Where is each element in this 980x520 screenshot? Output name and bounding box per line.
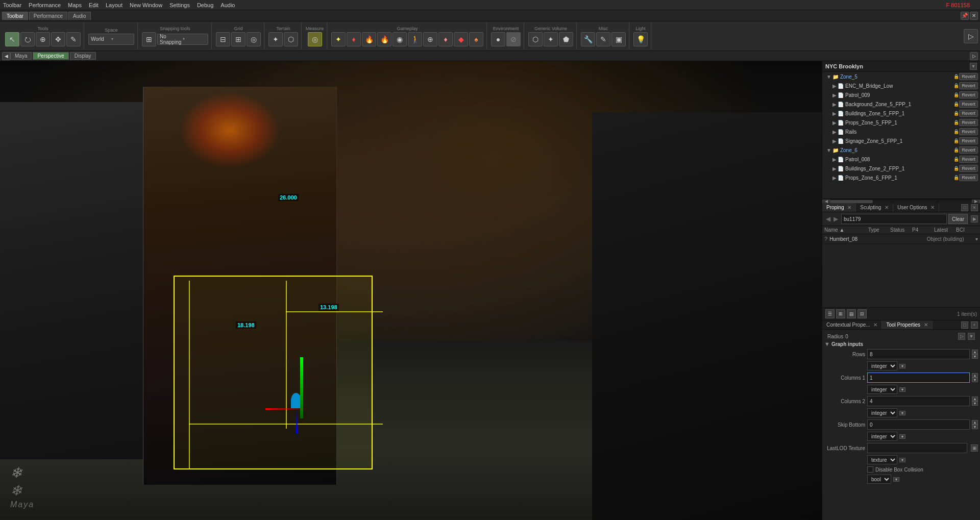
tab-toolbar[interactable]: Toolbar [2,12,28,20]
result-dropdown-icon[interactable]: ▾ [975,236,978,242]
tree-item-enc-bridge[interactable]: ▶ 📄 ENC_M_Bridge_Low 🔒 Revert [822,81,980,90]
rails-revert-btn[interactable]: Revert [959,128,978,135]
tab-performance[interactable]: Performance [29,12,67,20]
cb-tab-sculpting[interactable]: Sculpting ✕ [856,203,893,212]
bgzone5-revert-btn[interactable]: Revert [959,101,978,108]
gameplay-btn9[interactable]: ◆ [454,32,468,46]
tp-skip-bottom-type-spin[interactable]: ▼ [899,434,905,439]
tp-tab-tool-properties[interactable]: Tool Properties ✕ [882,320,932,329]
tp-columns2-type-spin[interactable]: ▼ [899,411,905,415]
snap-grid-btn[interactable]: ⊞ [142,32,156,46]
misc-btn1[interactable]: 🔧 [581,32,595,46]
tp-collapse-btn[interactable]: ▼ [968,333,975,340]
gv-btn3[interactable]: ⬟ [559,32,573,46]
view-icon-list[interactable]: ☰ [825,309,835,318]
tree-item-props-zone5[interactable]: ▶ 📄 Props_Zone_5_FPP_1 🔒 Revert [822,118,980,127]
misc-btn2[interactable]: ✎ [596,32,610,46]
gameplay-btn2[interactable]: ♦ [347,32,361,46]
scale-tool-btn[interactable]: ⊕ [36,32,50,46]
gameplay-btn10[interactable]: ♠ [469,32,483,46]
cb-tab-proping-close[interactable]: ✕ [847,205,851,210]
tab-maya[interactable]: Maya [10,52,32,60]
outliner-scrollbar[interactable]: ◀ ▶ [822,199,980,203]
menu-toolbar[interactable]: Toolbar [3,2,21,8]
view-icon-details[interactable]: ▤ [847,309,856,318]
gameplay-btn8[interactable]: ♦ [438,32,453,46]
tp-rows-spin-down[interactable]: ▼ [972,354,978,359]
viewport-expand-right[interactable]: ▷ [970,52,978,60]
tp-disable-collision-checkbox[interactable] [867,466,873,473]
cb-col-bci[interactable]: BCI [956,227,978,233]
tree-item-props-zone6[interactable]: ▶ 📄 Props_Zone_6_FPP_1 🔒 Revert [822,173,980,182]
zone6-expand-icon[interactable]: ▼ [826,147,831,153]
bldzone5-revert-btn[interactable]: Revert [959,110,978,117]
menu-audio[interactable]: Audio [220,2,235,8]
tp-columns2-input[interactable] [867,396,970,406]
tp-skip-bottom-spin-down[interactable]: ▼ [972,425,978,429]
tree-item-patrol009[interactable]: ▶ 📄 Patrol_009 🔒 Revert [822,90,980,100]
menu-settings[interactable]: Settings [169,2,190,8]
menu-maps[interactable]: Maps [68,2,82,8]
cb-tab-sculpting-close[interactable]: ✕ [885,205,889,210]
viewport[interactable]: 26.000 13.198 18.198 ❄ Maya [0,61,822,520]
tp-columns1-input[interactable] [867,373,970,383]
bgzone5-expand-icon[interactable]: ▶ [832,102,837,107]
propszone6-expand-icon[interactable]: ▶ [832,175,837,181]
gameplay-btn3[interactable]: 🔥 [362,32,376,46]
tp-columns1-type-select[interactable]: integer [867,385,897,394]
tp-lastlod-type-select[interactable]: texture [867,455,897,464]
tp-skip-bottom-input[interactable] [867,419,970,430]
toolbar-expand-btn[interactable]: ▷ [964,29,978,43]
menu-new-window[interactable]: New Window [130,2,162,8]
terrain-btn2[interactable]: ⬡ [284,32,298,46]
cb-panel-maximize-btn[interactable]: □ [961,204,968,211]
patrol009-expand-icon[interactable]: ▶ [832,92,837,98]
gv-btn2[interactable]: ✦ [544,32,558,46]
cb-col-status[interactable]: Status [890,227,912,233]
view-icon-tile[interactable]: ⊟ [857,309,867,318]
tp-close-btn[interactable]: + [971,321,978,329]
gameplay-btn1[interactable]: ✦ [331,32,346,46]
tp-lastlod-input[interactable] [867,443,967,453]
tp-columns1-type-spin[interactable]: ▼ [899,387,905,392]
cb-col-type[interactable]: Type [868,227,890,233]
tab-perspective[interactable]: Perspective [33,52,68,60]
tp-columns2-spin-up[interactable]: ▲ [972,397,978,401]
tp-columns2-type-select[interactable]: integer [867,408,897,417]
signzone5-expand-icon[interactable]: ▶ [832,138,837,144]
misc-btn3[interactable]: ▣ [611,32,626,46]
tab-audio[interactable]: Audio [68,12,91,20]
tp-tab-contextual[interactable]: Contextual Prope... ✕ [822,320,882,329]
menu-performance[interactable]: Performance [29,2,61,8]
tp-rows-type-spin[interactable]: ▼ [899,364,905,368]
select-tool-btn[interactable]: ↖ [5,32,19,46]
tab-display[interactable]: Display [70,52,96,60]
bldzone5-expand-icon[interactable]: ▶ [832,111,837,116]
cb-tab-proping[interactable]: Proping ✕ [822,203,856,212]
menu-debug[interactable]: Debug [197,2,213,8]
cb-nav-forward[interactable]: ▶ [832,215,840,222]
tp-maximize-btn[interactable]: □ [961,321,968,329]
bldzone2-revert-btn[interactable]: Revert [959,165,978,172]
env-btn2[interactable]: ⊘ [506,32,521,46]
cb-col-name[interactable]: Name ▲ [824,227,868,233]
scroll-track[interactable] [830,200,972,203]
tree-item-buildings-zone2[interactable]: ▶ 📄 Buildings_Zone_2_FPP_1 🔒 Revert [822,164,980,173]
cb-search-input[interactable] [841,214,947,224]
tp-rows-spin-up[interactable]: ▲ [972,350,978,354]
grid-btn1[interactable]: ⊟ [216,32,230,46]
cb-tab-useroptions-close[interactable]: ✕ [930,205,935,210]
tp-rows-type-select[interactable]: integer [867,361,897,370]
move-tool-btn[interactable]: ✥ [51,32,65,46]
tree-item-zone5[interactable]: ▼ 📁 Zone_5 🔒 Revert [822,72,980,81]
tp-columns1-spin-down[interactable]: ▼ [972,378,978,382]
propszone6-revert-btn[interactable]: Revert [959,174,978,181]
tp-collision-type-select[interactable]: bool [867,475,891,484]
cb-col-latest[interactable]: Latest [934,227,956,233]
signzone5-revert-btn[interactable]: Revert [959,137,978,144]
patrol008-expand-icon[interactable]: ▶ [832,157,837,162]
bldzone2-expand-icon[interactable]: ▶ [832,166,837,171]
scroll-thumb[interactable] [830,200,873,203]
tp-collision-type-spin[interactable]: ▼ [893,477,899,482]
menu-edit[interactable]: Edit [89,2,99,8]
